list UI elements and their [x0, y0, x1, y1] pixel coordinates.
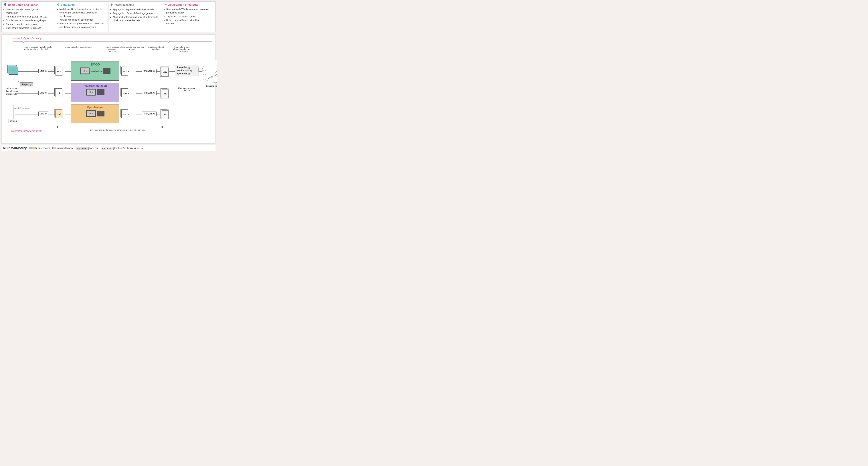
timeline-dot-4 [168, 41, 169, 42]
csv-result-label-3: .csv [162, 111, 168, 119]
footer-legend: MultiMalModPy model-specific universal/a… [1, 145, 216, 151]
exp-obj-box: exp.obj [8, 119, 19, 123]
analyzer-label-1: analyzer.py [142, 69, 157, 73]
svg-text:Simulated annual EIR: Simulated annual EIR [212, 82, 217, 83]
simulation-icon: ⏱ [57, 3, 60, 6]
plot-funcs-box: timeseries.py relationship.py agecurves.… [175, 65, 198, 76]
brand-name: MultiMalModPy [3, 146, 27, 150]
legend-item-frontend: script.py front-end/customizable by user [101, 147, 144, 150]
utils-label-2: utils.py [38, 91, 49, 95]
csv-result-2: .csv [160, 88, 169, 98]
header-col-user: 👤 User: Setup and launch User and instal… [2, 2, 55, 32]
list-item: Standardized CSV files are used to creat… [166, 8, 214, 14]
header-col-postprocessing: ⚙ Postprocessing Aggregation to pre-defi… [108, 2, 162, 32]
list-item: 3 types of pre-defined figures: [166, 15, 214, 19]
openmalaria-monitor: job 3 [86, 110, 96, 117]
list-item: Aggregation of user-defined age groups [113, 12, 160, 15]
txt-output-label: .txt [121, 110, 128, 118]
malaria-monitor: job 2 [86, 89, 96, 96]
col-label-plot: standardized plot functions [144, 46, 167, 53]
col-label-utility: model-specific utility functions [24, 46, 38, 53]
r-file: .R [55, 88, 62, 98]
csv-result-label-2: .csv [162, 90, 168, 98]
list-item: Aggregation to pre-defined time interval… [113, 8, 160, 11]
legend-item-universal: universal/aligned [53, 147, 73, 149]
utils-label-1: utils.py [38, 69, 49, 73]
r-label: .R [56, 89, 62, 97]
list-item: User and installation configuration (man… [6, 8, 53, 15]
txt-output: .txt [120, 109, 128, 119]
frontend-badge: script.py [101, 147, 114, 150]
setup-sim-label: setup_sim.py [6, 87, 32, 89]
sh-card-front: .sh [9, 67, 18, 74]
malaria-monitor-2 [97, 89, 104, 95]
universal-label: universal/aligned [57, 147, 73, 149]
exp-obj-label: exp.obj [8, 119, 19, 123]
utils-row2: utils.py [38, 91, 49, 95]
svg-text:0.1: 0.1 [208, 80, 209, 81]
header-title-simulation: ⏱ Simulation [57, 3, 107, 6]
list-item: Parameters written into exp.obj [6, 23, 53, 26]
auto-job-label: automated job scheduling [12, 37, 42, 40]
csv-result-1: .csv [160, 66, 169, 76]
svg-text:0.00: 0.00 [203, 78, 206, 80]
csv-result-label-1: .csv [162, 68, 168, 76]
chart-svg: 0.00 0.25 0.50 0.75 0.1 1 10 100 1000 [203, 60, 217, 84]
header-title-user: 👤 User: Setup and launch [3, 3, 53, 6]
svg-text:0.50: 0.50 [203, 70, 206, 71]
analyzer-row3: analyzer.py [142, 112, 157, 116]
header-title-visualization: 👁 Visualization of outputs [164, 3, 214, 6]
analyzer-row1: analyzer.py [142, 69, 157, 73]
visualization-list: Standardized CSV files are used to creat… [164, 8, 214, 26]
utils-row1: utils.py [38, 69, 49, 73]
header-col-simulation: ⏱ Simulation Model-specific utility func… [55, 2, 108, 32]
json-label-1: .json [56, 67, 62, 75]
job1-label: job 1 [81, 68, 89, 73]
json-file-1: .json [55, 66, 62, 76]
launch-sim-label: launch_sim.py [6, 90, 32, 92]
header-title-postprocessing: ⚙ Postprocessing [110, 3, 160, 6]
user-defined-label: User defined inputs [13, 107, 30, 109]
svg-text:0.75: 0.75 [203, 66, 206, 67]
agecurves-label: agecurves.py [177, 72, 197, 75]
user-inputs-box: setup_sim.py launch_sim.py manifest.py [5, 86, 33, 96]
list-item: Model-specific utility functions execute… [60, 8, 107, 18]
job3-label: job 3 [87, 111, 95, 116]
user-icon: 👤 [3, 3, 7, 6]
xml-label: .xml [56, 110, 62, 118]
openmalaria-box: OpenMalaria job 3 [71, 104, 119, 123]
analyzer-row2: analyzer.py [142, 91, 157, 95]
svg-text:PfPR₂₋₁₀: PfPR₂₋₁₀ [203, 68, 203, 73]
json-output-1: .json [120, 66, 128, 76]
emod-monitor-2 [103, 68, 111, 74]
timeline-dot-3 [122, 41, 124, 42]
openmalaria-monitor-2 [97, 111, 104, 117]
universal-params-label: universal and model-specific parameters … [76, 129, 158, 131]
list-item: Simulations submission (launch_sim.py) [6, 19, 53, 22]
list-item: Shell scripts generated for process [6, 26, 53, 30]
legend-item-backend: script.py back-end [76, 147, 98, 150]
chart-box: 0.00 0.25 0.50 0.75 0.1 1 10 100 1000 [202, 60, 217, 83]
helper-label: helper.py [20, 83, 33, 87]
malaria-title: malariasimulation [71, 83, 119, 87]
col-label-csv: standardized csv files per model [120, 46, 144, 53]
legend-item-model-specific: model-specific [29, 147, 50, 149]
backend-desc: back-end [89, 147, 98, 149]
gear-icon: ⚙ [110, 3, 113, 6]
list-item: Varying run times for each model [60, 18, 107, 22]
svg-point-47 [161, 126, 163, 128]
relationship-label: relationship.py [177, 69, 197, 72]
emod-title: EMOD [71, 62, 119, 66]
example-figure-label: Example figure v1.0.0 [202, 85, 217, 87]
serialization-label: serialization [91, 70, 101, 72]
timeseries-label: timeseries.py [177, 66, 197, 69]
malaria-box: malariasimulation job 2 [71, 83, 119, 102]
timeline-dot-1 [23, 41, 24, 42]
header-grid: 👤 User: Setup and launch User and instal… [1, 1, 216, 32]
model-specific-label: model-specific [36, 147, 50, 149]
svg-text:0.25: 0.25 [203, 74, 206, 76]
openmalaria-title: OpenMalaria [71, 104, 119, 108]
backend-badge: script.py [76, 147, 89, 150]
svg-point-45 [57, 126, 58, 128]
utils-row3: utils.py [38, 112, 49, 116]
